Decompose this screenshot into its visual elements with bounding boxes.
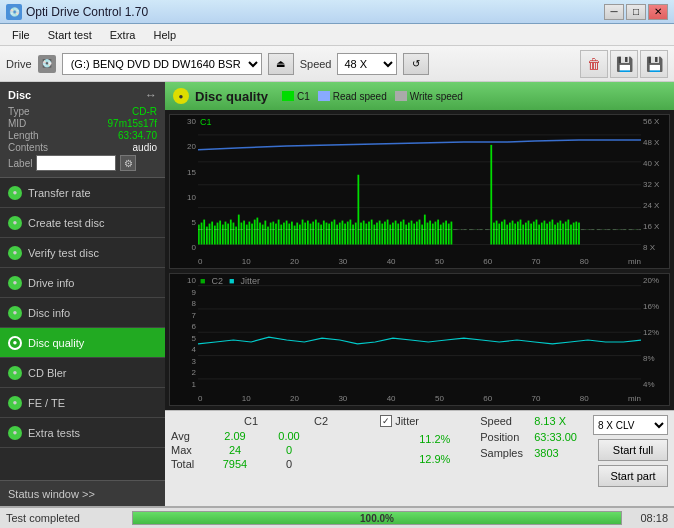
sidebar-item-drive-info[interactable]: ● Drive info xyxy=(0,268,165,298)
svg-rect-10 xyxy=(209,224,211,245)
clv-select[interactable]: 8 X CLV xyxy=(593,415,668,435)
total-label: Total xyxy=(171,458,206,470)
svg-rect-87 xyxy=(413,224,415,245)
charts-container: 30 20 15 10 5 0 56 X 48 X 40 X 32 X 24 X… xyxy=(165,110,674,410)
create-test-disc-icon: ● xyxy=(8,216,22,230)
chart-header: ● Disc quality C1 Read speed Write speed xyxy=(165,82,674,110)
title-bar: 💿 Opti Drive Control 1.70 ─ □ ✕ xyxy=(0,0,674,24)
main-layout: Disc ↔ Type CD-R MID 97m15s17f Length 63… xyxy=(0,82,674,506)
disc-burn-button[interactable]: 💾 xyxy=(610,50,638,78)
extra-tests-label: Extra tests xyxy=(28,427,80,439)
svg-rect-81 xyxy=(397,224,399,245)
drive-info-icon: ● xyxy=(8,276,22,290)
save-button[interactable]: 💾 xyxy=(640,50,668,78)
svg-rect-46 xyxy=(304,223,306,245)
chart-legend: C1 Read speed Write speed xyxy=(282,91,463,102)
label-gear-button[interactable]: ⚙ xyxy=(120,155,136,171)
svg-rect-131 xyxy=(567,220,569,245)
verify-test-disc-label: Verify test disc xyxy=(28,247,99,259)
sidebar-item-extra-tests[interactable]: ● Extra tests xyxy=(0,418,165,448)
svg-rect-115 xyxy=(525,223,527,245)
svg-rect-75 xyxy=(381,224,383,245)
contents-label: Contents xyxy=(8,142,48,153)
svg-rect-72 xyxy=(373,225,375,245)
svg-rect-7 xyxy=(201,223,203,245)
maximize-button[interactable]: □ xyxy=(626,4,646,20)
cd-bler-label: CD Bler xyxy=(28,367,67,379)
svg-rect-59 xyxy=(339,223,341,245)
svg-rect-113 xyxy=(520,220,522,245)
svg-rect-118 xyxy=(533,222,535,245)
svg-rect-43 xyxy=(296,223,298,245)
close-button[interactable]: ✕ xyxy=(648,4,668,20)
chart1-label: C1 xyxy=(200,117,212,127)
svg-rect-65 xyxy=(355,223,357,245)
start-full-button[interactable]: Start full xyxy=(598,439,668,461)
max-c1: 24 xyxy=(210,444,260,456)
status-window-button[interactable]: Status window >> xyxy=(0,480,165,506)
svg-rect-70 xyxy=(368,222,370,245)
svg-rect-79 xyxy=(392,223,394,245)
jitter-checkbox[interactable]: ✓ xyxy=(380,415,392,427)
svg-rect-123 xyxy=(546,224,548,245)
svg-rect-104 xyxy=(496,221,498,245)
cd-bler-icon: ● xyxy=(8,366,22,380)
chart1-x-axis: 0 10 20 30 40 50 60 70 80 min xyxy=(198,254,641,268)
legend-write: Write speed xyxy=(395,91,463,102)
chart1-svg xyxy=(198,115,641,254)
disc-erase-button[interactable]: 🗑 xyxy=(580,50,608,78)
drive-select[interactable]: (G:) BENQ DVD DD DW1640 BSRB xyxy=(62,53,262,75)
sidebar-item-disc-info[interactable]: ● Disc info xyxy=(0,298,165,328)
svg-rect-77 xyxy=(387,220,389,245)
disc-panel-arrow[interactable]: ↔ xyxy=(145,88,157,102)
svg-rect-64 xyxy=(352,225,354,245)
disc-info-label: Disc info xyxy=(28,307,70,319)
sidebar-item-transfer-rate[interactable]: ● Transfer rate xyxy=(0,178,165,208)
svg-rect-34 xyxy=(272,222,274,245)
eject-button[interactable]: ⏏ xyxy=(268,53,294,75)
svg-rect-96 xyxy=(437,220,439,245)
position-row: Position 63:33.00 xyxy=(480,431,577,443)
verify-test-disc-icon: ● xyxy=(8,246,22,260)
sidebar-item-verify-test-disc[interactable]: ● Verify test disc xyxy=(0,238,165,268)
sidebar-item-fe-te[interactable]: ● FE / TE xyxy=(0,388,165,418)
stats-row-total: Total 7954 0 xyxy=(171,458,364,470)
stats-table: C1 C2 Avg 2.09 0.00 Max 24 0 Total 7954 … xyxy=(171,415,364,502)
svg-rect-14 xyxy=(219,221,221,245)
sidebar-item-disc-quality[interactable]: ● Disc quality xyxy=(0,328,165,358)
svg-rect-36 xyxy=(278,220,280,245)
svg-rect-54 xyxy=(326,223,328,245)
jitter-check-row: ✓ Jitter xyxy=(380,415,464,427)
menu-bar: File Start test Extra Help xyxy=(0,24,674,46)
label-input[interactable] xyxy=(36,155,116,171)
minimize-button[interactable]: ─ xyxy=(604,4,624,20)
sidebar-item-create-test-disc[interactable]: ● Create test disc xyxy=(0,208,165,238)
svg-rect-57 xyxy=(334,220,336,245)
svg-rect-9 xyxy=(206,227,208,245)
sidebar-item-cd-bler[interactable]: ● CD Bler xyxy=(0,358,165,388)
svg-rect-129 xyxy=(562,224,564,245)
svg-rect-63 xyxy=(350,220,352,245)
speed-select[interactable]: 48 X xyxy=(337,53,397,75)
start-part-button[interactable]: Start part xyxy=(598,465,668,487)
svg-rect-99 xyxy=(445,221,447,245)
legend-read: Read speed xyxy=(318,91,387,102)
svg-rect-94 xyxy=(432,224,434,245)
drive-icon: 💽 xyxy=(38,55,56,73)
refresh-button[interactable]: ↺ xyxy=(403,53,429,75)
svg-rect-25 xyxy=(249,222,251,245)
menu-file[interactable]: File xyxy=(4,27,38,43)
menu-extra[interactable]: Extra xyxy=(102,27,144,43)
label-label: Label xyxy=(8,158,32,169)
svg-rect-109 xyxy=(509,223,511,245)
disc-info-icon: ● xyxy=(8,306,22,320)
svg-rect-103 xyxy=(493,223,495,245)
disc-panel: Disc ↔ Type CD-R MID 97m15s17f Length 63… xyxy=(0,82,165,178)
svg-rect-101 xyxy=(451,222,453,245)
chart1-y-axis-left: 30 20 15 10 5 0 xyxy=(170,115,198,254)
svg-rect-50 xyxy=(315,220,317,245)
menu-help[interactable]: Help xyxy=(145,27,184,43)
svg-rect-61 xyxy=(344,224,346,245)
menu-start-test[interactable]: Start test xyxy=(40,27,100,43)
speed-pos-section: Speed 8.13 X Position 63:33.00 Samples 3… xyxy=(472,415,585,502)
